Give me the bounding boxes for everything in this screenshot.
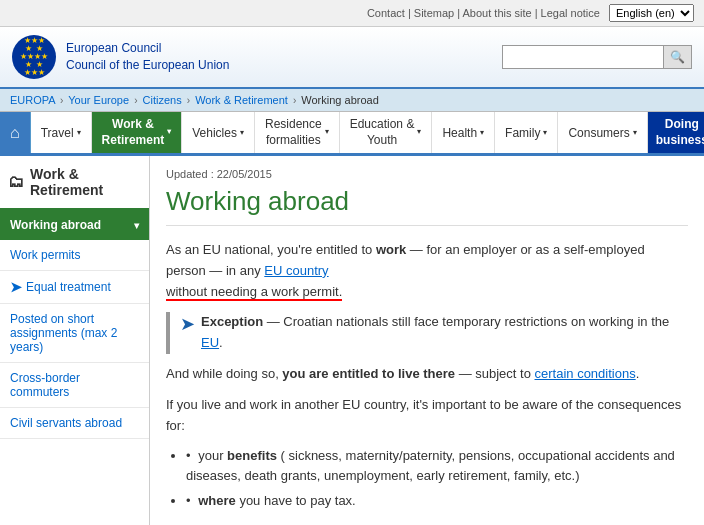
nav-work-retirement[interactable]: Work &Retirement ▾	[92, 112, 183, 153]
eu-logo: ★★★★ ★★★★★★ ★★★★	[12, 35, 56, 79]
exception-box: ➤ Exception — Croatian nationals still f…	[166, 312, 688, 354]
main-content: 🗂 Work &Retirement Working abroad ▾ Work…	[0, 156, 704, 525]
certain-conditions-link[interactable]: certain conditions	[535, 366, 636, 381]
live-there-text: you are entitled to live there	[282, 366, 455, 381]
top-bar: Contact | Sitemap | About this site | Le…	[0, 0, 704, 27]
eu-stars: ★★★★ ★★★★★★ ★★★★	[20, 37, 48, 77]
sidebar-title: 🗂 Work &Retirement	[0, 156, 149, 210]
nav-health[interactable]: Health ▾	[432, 112, 495, 153]
search-input[interactable]	[503, 46, 663, 68]
home-nav-button[interactable]: ⌂	[0, 112, 31, 153]
health-arrow: ▾	[480, 128, 484, 137]
consumers-arrow: ▾	[633, 128, 637, 137]
logo-area: ★★★★ ★★★★★★ ★★★★ European Council Counci…	[12, 35, 229, 79]
nav-doing-business[interactable]: Doingbusiness	[648, 112, 704, 153]
nav-education[interactable]: Education &Youth ▾	[340, 112, 433, 153]
content-area: Updated : 22/05/2015 Working abroad As a…	[150, 156, 704, 525]
consequences-list: • your benefits ( sickness, maternity/pa…	[186, 446, 688, 511]
language-select[interactable]: English (en)	[609, 4, 694, 22]
travel-arrow: ▾	[77, 128, 81, 137]
vehicles-arrow: ▾	[240, 128, 244, 137]
bullet-benefits: • your benefits ( sickness, maternity/pa…	[186, 446, 688, 485]
breadcrumb-current: Working abroad	[301, 94, 378, 106]
briefcase-icon: 🗂	[8, 173, 24, 191]
sidebar: 🗂 Work &Retirement Working abroad ▾ Work…	[0, 156, 150, 525]
exception-label: Exception	[201, 314, 263, 329]
updated-date: Updated : 22/05/2015	[166, 168, 688, 180]
bullet-tax: • where you have to pay tax.	[186, 491, 688, 511]
nav-family[interactable]: Family ▾	[495, 112, 558, 153]
council-title: European Council Council of the European…	[66, 40, 229, 74]
sidebar-work-permits[interactable]: Work permits	[0, 240, 149, 271]
sidebar-cross-border[interactable]: Cross-border commuters	[0, 363, 149, 408]
residence-arrow: ▾	[325, 127, 329, 137]
consequences-paragraph: If you live and work in another EU count…	[166, 395, 688, 437]
nav-consumers[interactable]: Consumers ▾	[558, 112, 647, 153]
sidebar-arrow: ▾	[134, 220, 139, 231]
live-there-paragraph: And while doing so, you are entitled to …	[166, 364, 688, 385]
exception-arrow-icon: ➤	[180, 310, 195, 339]
nav-residence[interactable]: Residenceformalities ▾	[255, 112, 340, 153]
search-button[interactable]: 🔍	[663, 46, 691, 68]
search-box: 🔍	[502, 45, 692, 69]
page-heading: Working abroad	[166, 186, 688, 226]
breadcrumb-europa[interactable]: EUROPA	[10, 94, 55, 106]
intro-paragraph: As an EU national, you're entitled to wo…	[166, 240, 688, 302]
nav-vehicles[interactable]: Vehicles ▾	[182, 112, 255, 153]
breadcrumb-work[interactable]: Work & Retirement	[195, 94, 288, 106]
breadcrumb: EUROPA › Your Europe › Citizens › Work &…	[0, 89, 704, 112]
no-work-permit-text: without needing a work permit.	[166, 284, 342, 301]
eu-link[interactable]: EU	[201, 335, 219, 350]
legal-link[interactable]: Legal notice	[541, 7, 600, 19]
sidebar-civil-servants[interactable]: Civil servants abroad	[0, 408, 149, 439]
work-arrow: ▾	[167, 127, 171, 137]
contact-link[interactable]: Contact	[367, 7, 405, 19]
breadcrumb-citizens[interactable]: Citizens	[143, 94, 182, 106]
family-arrow: ▾	[543, 128, 547, 137]
sitemap-link[interactable]: Sitemap	[414, 7, 454, 19]
eu-country-link[interactable]: EU country	[264, 263, 328, 278]
header: ★★★★ ★★★★★★ ★★★★ European Council Counci…	[0, 27, 704, 89]
sidebar-posted-assignments[interactable]: Posted on short assignments (max 2 years…	[0, 304, 149, 363]
education-arrow: ▾	[417, 127, 421, 137]
equal-treatment-arrow-icon: ➤	[10, 279, 22, 295]
breadcrumb-your-europe[interactable]: Your Europe	[68, 94, 129, 106]
nav-travel[interactable]: Travel ▾	[31, 112, 92, 153]
sidebar-equal-treatment[interactable]: ➤ Equal treatment	[0, 271, 149, 304]
sidebar-working-abroad[interactable]: Working abroad ▾	[0, 210, 149, 240]
main-nav: ⌂ Travel ▾ Work &Retirement ▾ Vehicles ▾…	[0, 112, 704, 156]
about-link[interactable]: About this site	[463, 7, 532, 19]
